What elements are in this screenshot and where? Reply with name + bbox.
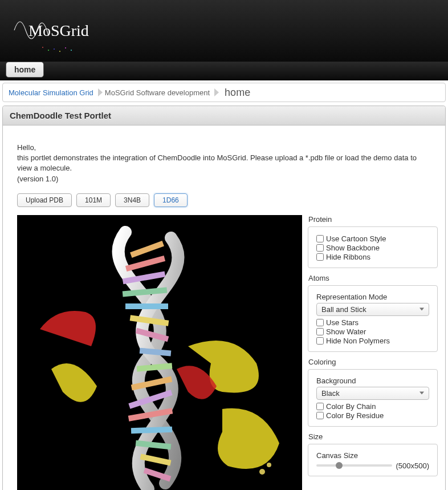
load-101m-button[interactable]: 101M — [76, 193, 111, 207]
brand-name: MoSGrid — [28, 22, 89, 40]
intro-text: Hello, this portlet demonstrates the int… — [17, 143, 431, 184]
svg-rect-10 — [125, 303, 168, 309]
color-chain-label[interactable]: Color By Chain — [326, 402, 376, 411]
intro-greeting: Hello, — [17, 143, 431, 153]
hide-ribbons-label[interactable]: Hide Ribbons — [326, 253, 370, 261]
nav-tabs: home — [0, 62, 448, 80]
stars-checkbox[interactable] — [316, 319, 324, 326]
svg-point-4 — [65, 47, 66, 48]
canvas-size-value: (500x500) — [396, 461, 429, 470]
button-row: Upload PDB 101M 3N4B 1D66 — [17, 193, 431, 207]
backbone-checkbox[interactable] — [316, 244, 324, 252]
rep-mode-select[interactable]: Ball and Stick — [316, 303, 429, 316]
svg-point-1 — [48, 50, 49, 51]
svg-point-3 — [59, 51, 60, 52]
svg-point-22 — [259, 469, 265, 475]
canvas-size-label: Canvas Size — [316, 451, 429, 460]
svg-rect-6 — [130, 241, 164, 258]
color-chain-checkbox[interactable] — [316, 403, 324, 410]
size-title: Size — [308, 432, 438, 441]
molecule-render-icon — [17, 215, 302, 490]
color-residue-checkbox[interactable] — [316, 412, 324, 419]
portlet: ChemDoodle Test Portlet Hello, this port… — [2, 106, 446, 490]
hide-nonpoly-checkbox[interactable] — [316, 337, 324, 345]
atoms-title: Atoms — [308, 274, 438, 282]
chevron-down-icon — [420, 308, 424, 311]
chevron-down-icon — [420, 392, 424, 395]
svg-rect-7 — [125, 256, 165, 272]
slider-thumb-icon[interactable] — [336, 462, 343, 469]
protein-section: Protein Use Cartoon Style Show Backbone — [308, 215, 438, 268]
svg-point-2 — [54, 48, 55, 50]
intro-version: (version 1.0) — [17, 174, 431, 184]
breadcrumb: Molecular Simulation Grid MoSGrid Softwa… — [2, 83, 446, 102]
load-1d66-button[interactable]: 1D66 — [154, 193, 188, 207]
brand-logo[interactable]: MoSGrid — [6, 5, 85, 56]
bg-label: Background — [316, 376, 429, 385]
load-3n4b-button[interactable]: 3N4B — [115, 193, 149, 207]
size-section: Size Canvas Size (500x500) — [308, 432, 438, 476]
backbone-label[interactable]: Show Backbone — [326, 244, 380, 252]
cartoon-label[interactable]: Use Cartoon Style — [326, 234, 386, 243]
bg-select[interactable]: Black — [316, 387, 429, 400]
top-banner: MoSGrid — [0, 0, 448, 62]
hide-nonpoly-label[interactable]: Hide Non Polymers — [326, 337, 390, 345]
breadcrumb-item-project[interactable]: MoSGrid Software development — [105, 88, 221, 97]
portlet-title: ChemDoodle Test Portlet — [3, 106, 445, 125]
color-residue-label[interactable]: Color By Residue — [326, 411, 384, 420]
tab-home[interactable]: home — [6, 62, 44, 78]
controls-panel: Protein Use Cartoon Style Show Backbone — [308, 215, 438, 482]
svg-point-5 — [71, 50, 72, 51]
bg-value: Black — [321, 389, 340, 398]
cartoon-checkbox[interactable] — [316, 235, 324, 242]
rep-mode-value: Ball and Stick — [321, 305, 366, 314]
upload-pdb-button[interactable]: Upload PDB — [17, 193, 72, 207]
svg-point-23 — [267, 463, 271, 467]
canvas-size-slider[interactable] — [316, 464, 392, 467]
coloring-title: Coloring — [308, 358, 438, 366]
atoms-section: Atoms Representation Mode Ball and Stick… — [308, 274, 438, 352]
rep-mode-label: Representation Mode — [316, 293, 429, 301]
hide-ribbons-checkbox[interactable] — [316, 253, 324, 261]
breadcrumb-item-root[interactable]: Molecular Simulation Grid — [9, 88, 105, 97]
intro-body: this portlet demonstrates the integratio… — [17, 153, 431, 173]
svg-point-0 — [42, 47, 43, 48]
coloring-section: Coloring Background Black Color By Chain — [308, 358, 438, 427]
molecule-canvas[interactable] — [17, 215, 302, 490]
water-checkbox[interactable] — [316, 328, 324, 335]
stars-label[interactable]: Use Stars — [326, 318, 359, 327]
protein-title: Protein — [308, 215, 438, 224]
water-label[interactable]: Show Water — [326, 327, 366, 336]
breadcrumb-current: home — [221, 87, 250, 99]
